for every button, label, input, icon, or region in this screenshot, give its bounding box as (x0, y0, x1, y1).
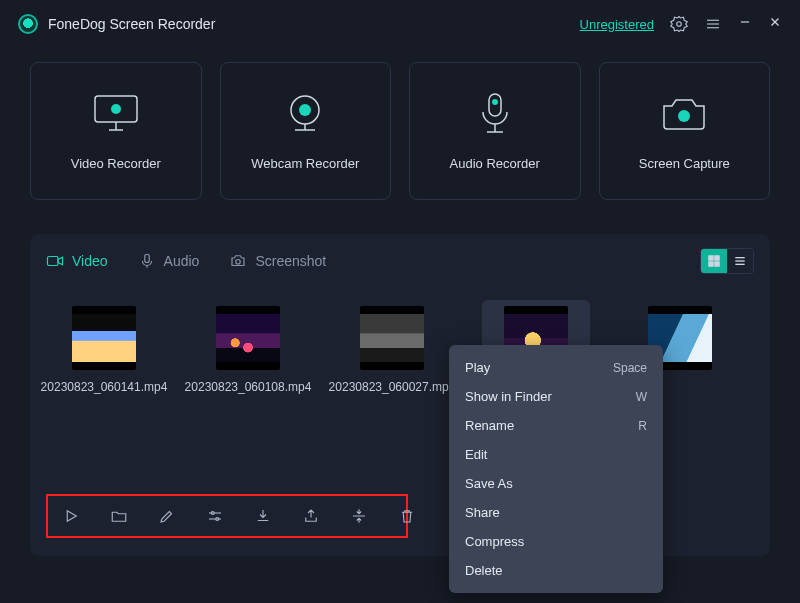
svg-point-18 (678, 110, 690, 122)
context-menu: Play Space Show in Finder W Rename R Edi… (449, 345, 663, 593)
media-item[interactable]: 20230823_060027.mp4 (338, 300, 446, 400)
ctx-edit[interactable]: Edit (449, 440, 663, 469)
thumbnail-icon (216, 306, 280, 370)
ctx-label: Show in Finder (465, 389, 552, 404)
thumbnail-icon (72, 306, 136, 370)
folder-button[interactable] (110, 506, 128, 526)
svg-rect-20 (144, 254, 149, 262)
svg-point-15 (492, 99, 498, 105)
title-actions: Unregistered (580, 15, 782, 33)
monitor-record-icon (89, 92, 143, 136)
ctx-delete[interactable]: Delete (449, 556, 663, 585)
ctx-label: Compress (465, 534, 524, 549)
titlebar: FoneDog Screen Recorder Unregistered (0, 0, 800, 44)
ctx-label: Edit (465, 447, 487, 462)
svg-marker-1 (671, 17, 688, 32)
svg-point-11 (111, 104, 121, 114)
delete-button[interactable] (398, 506, 416, 526)
app-title: FoneDog Screen Recorder (48, 16, 215, 32)
view-toggle (700, 248, 754, 274)
svg-point-13 (299, 104, 311, 116)
ctx-rename[interactable]: Rename R (449, 411, 663, 440)
brand: FoneDog Screen Recorder (18, 14, 215, 34)
ctx-label: Rename (465, 418, 514, 433)
ctx-show-in-finder[interactable]: Show in Finder W (449, 382, 663, 411)
sliders-button[interactable] (206, 506, 224, 526)
tab-label: Audio (164, 253, 200, 269)
mode-webcam-recorder[interactable]: Webcam Recorder (220, 62, 392, 200)
ctx-label: Share (465, 505, 500, 520)
list-view-button[interactable] (727, 249, 753, 273)
svg-rect-26 (715, 262, 720, 267)
svg-point-22 (236, 260, 241, 265)
ctx-save-as[interactable]: Save As (449, 469, 663, 498)
play-button[interactable] (62, 506, 80, 526)
ctx-compress[interactable]: Compress (449, 527, 663, 556)
ctx-label: Save As (465, 476, 513, 491)
tab-screenshot[interactable]: Screenshot (229, 252, 326, 270)
tab-audio[interactable]: Audio (138, 252, 200, 270)
thumbnail-icon (360, 306, 424, 370)
mode-audio-recorder[interactable]: Audio Recorder (409, 62, 581, 200)
edit-button[interactable] (158, 506, 176, 526)
svg-rect-25 (709, 262, 714, 267)
media-filename: 20230823_060141.mp4 (41, 380, 168, 394)
ctx-play[interactable]: Play Space (449, 353, 663, 382)
svg-rect-24 (715, 256, 720, 261)
menu-icon[interactable] (704, 15, 722, 33)
tab-label: Video (72, 253, 108, 269)
library-tabs: Video Audio Screenshot (46, 248, 754, 274)
mode-label: Webcam Recorder (251, 156, 359, 171)
ctx-shortcut: R (638, 419, 647, 433)
app-window: FoneDog Screen Recorder Unregistered (0, 0, 800, 603)
ctx-share[interactable]: Share (449, 498, 663, 527)
media-item[interactable]: 20230823_060141.mp4 (50, 300, 158, 400)
compress-button[interactable] (350, 506, 368, 526)
camera-icon (658, 92, 710, 136)
mode-screen-capture[interactable]: Screen Capture (599, 62, 771, 200)
media-item[interactable]: 20230823_060108.mp4 (194, 300, 302, 400)
media-filename: 20230823_060108.mp4 (185, 380, 312, 394)
close-button[interactable] (768, 15, 782, 33)
app-logo-icon (18, 14, 38, 34)
ctx-shortcut: W (636, 390, 647, 404)
media-action-bar (46, 494, 408, 538)
ctx-label: Delete (465, 563, 503, 578)
svg-rect-23 (709, 256, 714, 261)
tab-video[interactable]: Video (46, 252, 108, 270)
svg-marker-30 (67, 511, 76, 522)
media-filename: 20230823_060027.mp4 (329, 380, 456, 394)
svg-point-0 (677, 22, 682, 27)
save-button[interactable] (254, 506, 272, 526)
gear-icon[interactable] (670, 15, 688, 33)
webcam-icon (281, 92, 329, 136)
minimize-button[interactable] (738, 15, 752, 33)
share-button[interactable] (302, 506, 320, 526)
microphone-icon (475, 92, 515, 136)
mode-label: Video Recorder (71, 156, 161, 171)
mode-cards: Video Recorder Webcam Recorder (0, 44, 800, 200)
grid-view-button[interactable] (701, 249, 727, 273)
mode-label: Screen Capture (639, 156, 730, 171)
svg-rect-19 (48, 257, 59, 266)
tab-label: Screenshot (255, 253, 326, 269)
unregistered-link[interactable]: Unregistered (580, 17, 654, 32)
mode-video-recorder[interactable]: Video Recorder (30, 62, 202, 200)
ctx-shortcut: Space (613, 361, 647, 375)
ctx-label: Play (465, 360, 490, 375)
mode-label: Audio Recorder (450, 156, 540, 171)
